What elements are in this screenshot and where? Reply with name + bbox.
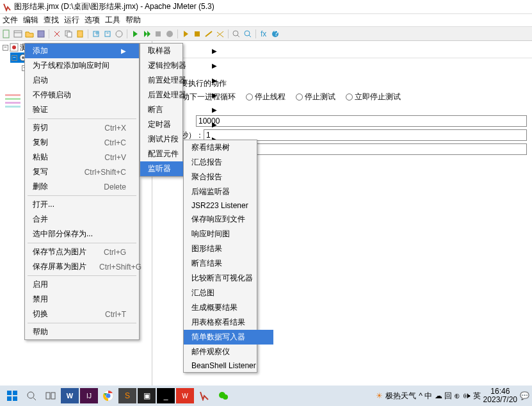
ctx-validate[interactable]: 验证: [25, 102, 139, 117]
listener-submenu[interactable]: 察看结果树汇总报告聚合报告后端监听器JSR223 Listener保存响应到文件…: [183, 140, 257, 373]
sub-assert[interactable]: 断言▶: [140, 102, 230, 117]
menu-help[interactable]: 帮助: [125, 15, 141, 26]
function-icon[interactable]: fx: [259, 29, 269, 39]
ctx-save-screen-image[interactable]: 保存屏幕为图片Ctrl+Shift+G: [25, 259, 139, 274]
terminal-icon[interactable]: ▣: [138, 388, 156, 403]
radio-stop-thread[interactable]: 停止线程: [246, 92, 286, 102]
ctx-cut[interactable]: 剪切Ctrl+X: [25, 120, 139, 135]
copy-icon[interactable]: [63, 29, 74, 39]
ctx-help[interactable]: 帮助: [25, 325, 139, 339]
windows-taskbar[interactable]: W IJ S ▣ _ W ☀ 极热天气 ^ 中 ☁ 回 ⊕ 🕪 英 16:462…: [0, 386, 532, 406]
word-icon[interactable]: W: [61, 388, 79, 403]
ctx-save-node-image[interactable]: 保存节点为图片Ctrl+G: [25, 245, 139, 259]
listener-item[interactable]: 图形结果: [184, 241, 273, 256]
clear-all-icon[interactable]: [215, 29, 225, 39]
new-icon[interactable]: [1, 29, 12, 39]
system-tray[interactable]: ☀ 极热天气 ^ 中 ☁ 回 ⊕ 🕪 英 16:462023/7/20 💬: [376, 387, 529, 404]
threads-input[interactable]: [196, 115, 527, 127]
context-menu[interactable]: 添加▶ 为子线程添加响应时间 启动 不停顿启动 验证 剪切Ctrl+X 复制Ct…: [24, 43, 140, 340]
templates-icon[interactable]: [13, 29, 23, 39]
sub-logic[interactable]: 逻辑控制器▶: [140, 58, 230, 73]
stop-icon[interactable]: [153, 29, 163, 39]
toggle-icon[interactable]: [114, 29, 124, 39]
ime-indicator[interactable]: 英: [473, 391, 481, 402]
sub-pre[interactable]: 前置处理器▶: [140, 73, 230, 88]
wps-icon[interactable]: W: [176, 388, 194, 403]
cut-icon[interactable]: [52, 29, 62, 39]
svg-rect-27: [13, 391, 17, 395]
open-icon[interactable]: [24, 29, 35, 39]
listener-item[interactable]: 保存响应到文件: [184, 212, 273, 227]
ctx-paste[interactable]: 粘贴Ctrl+V: [25, 150, 139, 165]
ctx-merge[interactable]: 合并: [25, 212, 139, 227]
wechat-icon[interactable]: [214, 388, 232, 403]
search-icon[interactable]: [231, 29, 241, 39]
terminal2-icon[interactable]: _: [157, 388, 175, 403]
radio-stop-test[interactable]: 停止测试: [296, 92, 335, 102]
tree-collapse-icon[interactable]: −: [3, 45, 8, 51]
start-notimer-icon[interactable]: [141, 29, 152, 39]
listener-item[interactable]: 用表格察看结果: [184, 315, 273, 330]
listener-item[interactable]: 汇总图: [184, 286, 273, 300]
jmeter-taskbar-icon[interactable]: [195, 388, 213, 403]
ctx-add[interactable]: 添加▶: [25, 44, 139, 58]
listener-item[interactable]: 断言结果: [184, 256, 273, 271]
ctx-duplicate[interactable]: 复写Ctrl+Shift+C: [25, 165, 139, 179]
listener-item[interactable]: 比较断言可视化器: [184, 271, 273, 286]
listener-item[interactable]: BeanShell Listener: [184, 359, 273, 372]
ctx-start[interactable]: 启动: [25, 73, 139, 88]
add-submenu[interactable]: 取样器▶ 逻辑控制器▶ 前置处理器▶ 后置处理器▶ 断言▶ 定时器▶ 测试片段▶…: [140, 43, 183, 177]
start-button[interactable]: [3, 388, 21, 403]
listener-item[interactable]: 生成概要结果: [184, 300, 273, 315]
chrome-icon[interactable]: [99, 388, 117, 403]
listener-item[interactable]: 简单数据写入器: [184, 330, 273, 345]
start-icon[interactable]: [130, 29, 140, 39]
sub-timer[interactable]: 定时器▶: [140, 117, 230, 132]
tree-collapse-icon[interactable]: −: [12, 55, 17, 61]
clear-icon[interactable]: [204, 29, 214, 39]
remote-start-icon[interactable]: [181, 29, 191, 39]
sub-post[interactable]: 后置处理器▶: [140, 88, 230, 102]
notifications-icon[interactable]: 💬: [520, 391, 529, 400]
expand-icon[interactable]: +: [91, 29, 101, 39]
menu-tools[interactable]: 工具: [105, 15, 120, 26]
clock[interactable]: 16:462023/7/20: [483, 387, 517, 404]
listener-item[interactable]: 后端监听器: [184, 184, 273, 199]
taskview-icon[interactable]: [42, 388, 60, 403]
search-taskbar-icon[interactable]: [22, 388, 40, 403]
weather-icon[interactable]: ☀: [376, 391, 383, 400]
ctx-save-selection[interactable]: 选中部分保存为...: [25, 227, 139, 241]
menu-options[interactable]: 选项: [85, 15, 100, 26]
shutdown-icon[interactable]: [165, 29, 175, 39]
collapse-icon[interactable]: -: [102, 29, 113, 39]
save-icon[interactable]: [36, 29, 46, 39]
menu-search[interactable]: 查找: [44, 15, 59, 26]
ctx-open[interactable]: 打开...: [25, 197, 139, 212]
tray-icons[interactable]: ^ 中 ☁ 回 ⊕ 🕪: [419, 391, 470, 402]
listener-item[interactable]: JSR223 Listener: [184, 199, 273, 212]
sub-sampler[interactable]: 取样器▶: [140, 44, 230, 58]
menu-edit[interactable]: 编辑: [23, 15, 38, 26]
menu-file[interactable]: 文件: [3, 15, 18, 26]
ctx-disable[interactable]: 禁用: [25, 292, 139, 307]
listener-item[interactable]: 响应时间图: [184, 227, 273, 241]
sublime-icon[interactable]: S: [118, 388, 136, 403]
remote-stop-icon[interactable]: [192, 29, 202, 39]
listener-item[interactable]: 聚合报告: [184, 170, 273, 184]
listener-item[interactable]: 察看结果树: [184, 140, 273, 155]
ctx-delete[interactable]: 删除Delete: [25, 179, 139, 194]
intellij-icon[interactable]: IJ: [80, 388, 98, 403]
reset-search-icon[interactable]: [243, 29, 253, 39]
listener-item[interactable]: 汇总报告: [184, 155, 273, 170]
help-icon[interactable]: ?: [270, 29, 280, 39]
radio-stop-now[interactable]: 立即停止测试: [346, 92, 401, 102]
ctx-toggle[interactable]: 切换Ctrl+T: [25, 307, 139, 321]
ctx-copy[interactable]: 复制Ctrl+C: [25, 135, 139, 150]
listener-item[interactable]: 邮件观察仪: [184, 345, 273, 359]
weather-text[interactable]: 极热天气: [385, 391, 416, 402]
menu-run[interactable]: 运行: [64, 15, 79, 26]
ctx-start-no-pause[interactable]: 不停顿启动: [25, 88, 139, 102]
ctx-enable[interactable]: 启用: [25, 277, 139, 292]
ctx-add-think-time[interactable]: 为子线程添加响应时间: [25, 58, 139, 73]
paste-icon[interactable]: [75, 29, 85, 39]
